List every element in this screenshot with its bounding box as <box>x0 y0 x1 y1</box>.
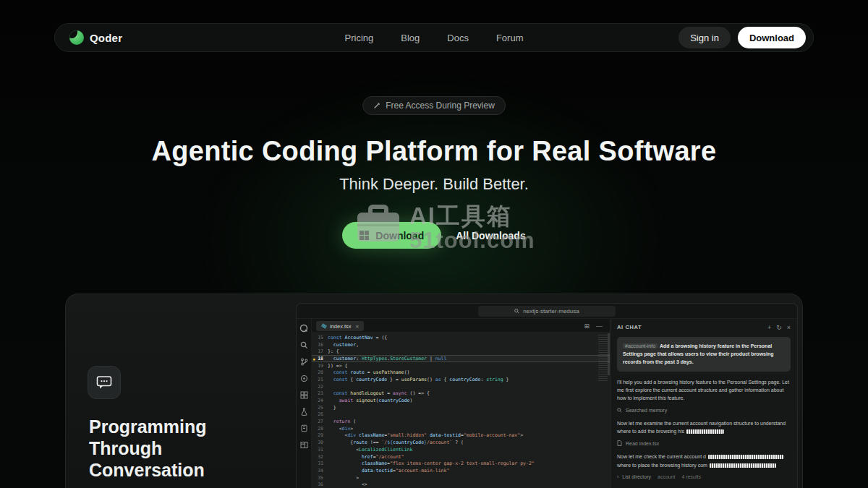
file-icon <box>617 440 622 446</box>
wand-icon <box>373 102 380 109</box>
nav-link-docs[interactable]: Docs <box>447 33 469 43</box>
ai-paragraph-3-text1: Now let me check the current account d <box>617 454 706 459</box>
nav-link-forum[interactable]: Forum <box>496 33 524 43</box>
context-tag[interactable]: #account-info <box>623 343 658 348</box>
new-chat-icon[interactable]: + <box>767 324 771 331</box>
qoder-activity-icon[interactable] <box>299 324 308 333</box>
flask-icon[interactable] <box>299 407 308 416</box>
split-editor-icon[interactable]: ⊞ <box>584 322 590 330</box>
hero-download-button[interactable]: Download <box>342 222 441 249</box>
code-editor[interactable]: 15const AccountNav = ({16 customer,17}: … <box>312 332 610 488</box>
top-navigation: Qoder Pricing Blog Docs Forum Sign in Do… <box>54 23 814 52</box>
tool-call-result-count: 4 results <box>682 474 701 479</box>
nav-link-blog[interactable]: Blog <box>401 33 420 43</box>
feature-left: Programming Through Conversation <box>88 294 290 488</box>
tab-actions: ⊞ — <box>584 322 607 330</box>
hero-subtitle: Think Deeper. Build Better. <box>0 175 868 194</box>
ai-paragraph-3: Now let me check the current account d w… <box>617 453 791 469</box>
preview-badge-label: Free Access During Preview <box>386 100 495 111</box>
ai-paragraph-1: I'll help you add a browsing history fea… <box>617 378 791 403</box>
search-icon[interactable] <box>299 341 308 349</box>
code-lines: 15const AccountNav = ({16 customer,17}: … <box>312 334 610 488</box>
cta-row: Download All Downloads <box>0 222 868 249</box>
ide-titlebar: nextjs-starter-medusa <box>297 304 797 319</box>
project-name: nextjs-starter-medusa <box>523 308 579 314</box>
ide-screenshot: nextjs-starter-medusa <box>296 303 798 488</box>
chat-header: AI CHAT + ↻ × <box>617 322 791 332</box>
nav-links: Pricing Blog Docs Forum <box>345 33 524 43</box>
extensions-icon[interactable] <box>299 390 308 399</box>
tool-call-label: List directory <box>622 474 651 479</box>
preview-badge[interactable]: Free Access During Preview <box>362 96 506 115</box>
sign-in-button[interactable]: Sign in <box>678 27 731 48</box>
hero-title: Agentic Coding Platform for Real Softwar… <box>0 136 868 167</box>
history-icon[interactable]: ↻ <box>776 324 782 331</box>
editor-tab-bar: index.tsx × ⊞ — <box>312 319 610 332</box>
feature-title-line2: Through <box>89 438 162 458</box>
nav-actions: Sign in Download <box>678 27 806 48</box>
tool-call-label: Searched memory <box>626 408 667 413</box>
search-icon <box>514 309 519 314</box>
qoder-landing-page: Qoder Pricing Blog Docs Forum Sign in Do… <box>0 0 868 488</box>
windows-icon <box>359 231 369 240</box>
feature-title-line1: Programming <box>89 416 207 437</box>
user-message: #account-infoAdd a browsing history feat… <box>617 337 791 372</box>
activity-bar <box>297 319 312 488</box>
ide-body: index.tsx × ⊞ — 15const AccountNav = ({1… <box>297 319 797 488</box>
close-icon[interactable]: × <box>787 324 791 331</box>
watermark-garble <box>708 455 783 459</box>
nav-link-pricing[interactable]: Pricing <box>345 33 374 43</box>
feature-section: Programming Through Conversation nextjs-… <box>65 294 803 488</box>
ai-chat-panel: AI CHAT + ↻ × #account-infoAdd a browsin… <box>610 319 797 488</box>
more-actions-icon[interactable]: — <box>596 322 603 330</box>
watermark-garble <box>686 429 724 434</box>
chat-header-icons: + ↻ × <box>767 324 791 331</box>
search-icon <box>617 408 622 413</box>
chat-title: AI CHAT <box>617 324 642 330</box>
watermark-garble <box>710 463 776 468</box>
tool-call-read-file[interactable]: Read index.tsx <box>617 440 791 446</box>
hero-download-label: Download <box>375 230 424 241</box>
close-icon[interactable]: × <box>356 323 359 330</box>
project-search-pill[interactable]: nextjs-starter-medusa <box>478 306 616 317</box>
qoder-logo-icon <box>69 30 84 45</box>
tab-label: index.tsx <box>330 323 352 330</box>
tab-index-tsx[interactable]: index.tsx × <box>316 321 364 331</box>
editor-column: index.tsx × ⊞ — 15const AccountNav = ({1… <box>312 319 610 488</box>
react-icon <box>321 323 327 329</box>
git-branch-icon[interactable] <box>299 357 308 366</box>
nav-download-button[interactable]: Download <box>738 27 806 48</box>
tool-call-target: account <box>658 474 676 479</box>
ai-paragraph-2: Now let me examine the current account n… <box>617 419 791 436</box>
layout-icon[interactable] <box>299 440 308 449</box>
feature-title: Programming Through Conversation <box>89 416 207 481</box>
tool-call-label: Read index.tsx <box>626 441 659 446</box>
minimap[interactable] <box>598 335 608 381</box>
notebook-icon[interactable] <box>299 424 308 432</box>
all-downloads-link[interactable]: All Downloads <box>456 230 525 241</box>
brand-name[interactable]: Qoder <box>90 32 122 44</box>
run-debug-icon[interactable] <box>299 374 308 382</box>
ai-paragraph-3-text2: where to place the browsing history com <box>617 463 707 468</box>
tool-call-list-directory[interactable]: › List directory account 4 results <box>617 474 791 479</box>
tool-call-searched-memory[interactable]: Searched memory <box>617 408 791 413</box>
chat-bubble-icon <box>88 366 121 399</box>
feature-title-line3: Conversation <box>89 460 205 480</box>
chevron-right-icon: › <box>617 474 618 479</box>
scrollbar-thumb[interactable] <box>608 333 610 375</box>
brand-group[interactable]: Qoder <box>69 30 122 45</box>
